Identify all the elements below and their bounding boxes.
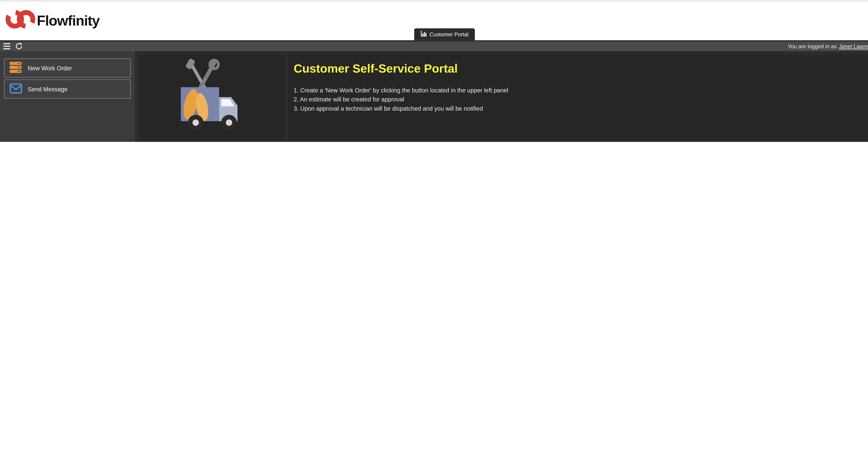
refresh-icon[interactable] (15, 42, 23, 50)
customer-portal-app: Flowfinity Customer Portal (0, 0, 868, 142)
sidebar: New Work Order Send Message (0, 51, 135, 142)
page-title: Customer Self-Service Portal (293, 62, 868, 75)
instruction-steps: 1. Create a 'New Work Order' by clicking… (293, 86, 868, 113)
toolbar: You are logged in as Janet Lawrence ▼ (0, 40, 868, 51)
new-work-order-label: New Work Order (28, 65, 72, 71)
instruction-step: 3. Upon approval a technician will be di… (293, 104, 868, 113)
intro-row: Customer Self-Service Portal 1. Create a… (140, 55, 868, 140)
main-band: New Work Order Send Message (0, 51, 868, 142)
dashboard-content: Customer Self-Service Portal 1. Create a… (135, 51, 868, 142)
logged-in-prefix: You are logged in as (788, 43, 837, 49)
send-message-button[interactable]: Send Message (4, 80, 131, 99)
logged-in-user[interactable]: You are logged in as Janet Lawrence ▼ (788, 43, 868, 49)
intro-panel: Customer Self-Service Portal 1. Create a… (288, 55, 868, 140)
send-message-label: Send Message (28, 86, 67, 92)
tab-label: Customer Portal (430, 31, 468, 37)
flowfinity-logo-icon (6, 8, 35, 32)
hamburger-menu-icon[interactable] (3, 43, 10, 49)
instruction-step: 2. An estimate will be created for appro… (293, 95, 868, 104)
tab-customer-portal[interactable]: Customer Portal (414, 28, 475, 40)
envelope-icon (10, 83, 22, 95)
bar-chart-icon (421, 31, 427, 38)
service-truck-image-panel (140, 55, 284, 140)
work-order-icon (10, 62, 22, 74)
new-work-order-button[interactable]: New Work Order (4, 58, 131, 78)
instruction-step: 1. Create a 'New Work Order' by clicking… (293, 86, 868, 95)
page-header: Flowfinity Customer Portal (0, 0, 868, 40)
service-truck-illustration (169, 57, 254, 138)
brand-name: Flowfinity (37, 12, 99, 29)
user-link[interactable]: Janet Lawrence (839, 43, 868, 49)
flowfinity-logo: Flowfinity (6, 8, 100, 32)
